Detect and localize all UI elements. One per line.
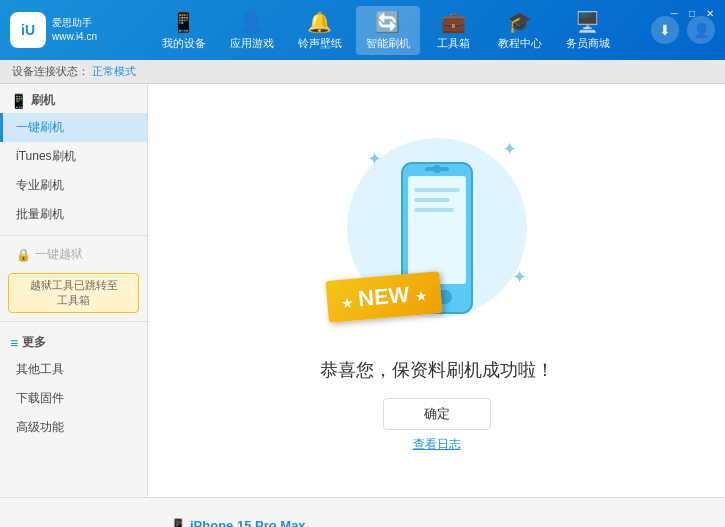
sidebar-info-box: 越狱工具已跳转至工具箱 xyxy=(8,273,139,313)
phone-illustration: ✦ ✦ ✦ NEW xyxy=(337,128,537,348)
user-button[interactable]: 👤 xyxy=(687,16,715,44)
ringtone-icon: 🔔 xyxy=(307,10,332,34)
nav-my-device[interactable]: 📱 我的设备 xyxy=(152,6,216,55)
device-phone-icon: 📱 xyxy=(170,518,186,527)
more-section: ≡ 更多 其他工具 下载固件 高级功能 xyxy=(0,326,147,444)
nav-apps-games[interactable]: 👤 应用游戏 xyxy=(220,6,284,55)
svg-rect-5 xyxy=(414,188,460,192)
tutorials-label: 教程中心 xyxy=(498,36,542,51)
lock-icon: 🔒 xyxy=(16,248,31,262)
svg-rect-1 xyxy=(408,176,466,284)
breadcrumb-status: 正常模式 xyxy=(92,65,136,77)
sparkle-1: ✦ xyxy=(367,148,382,170)
svg-rect-7 xyxy=(414,208,454,212)
nav-items: 📱 我的设备 👤 应用游戏 🔔 铃声壁纸 🔄 智能刷机 💼 工具箱 🎓 教程中心… xyxy=(120,6,651,55)
tutorials-icon: 🎓 xyxy=(507,10,532,34)
sidebar-item-advanced[interactable]: 高级功能 xyxy=(0,413,147,442)
sparkle-3: ✦ xyxy=(512,266,527,288)
device-name: 📱 iPhone 15 Pro Max xyxy=(170,518,306,527)
sidebar-divider-2 xyxy=(0,321,147,322)
flash-icon: 🔄 xyxy=(375,10,400,34)
breadcrumb-prefix: 设备连接状态： xyxy=(12,65,89,77)
logo-text: 爱思助手 www.i4.cn xyxy=(52,16,97,44)
my-device-label: 我的设备 xyxy=(162,36,206,51)
sidebar-item-batch-flash[interactable]: 批量刷机 xyxy=(0,200,147,229)
logo-icon: iU xyxy=(10,12,46,48)
tools-label: 工具箱 xyxy=(437,36,470,51)
sidebar-divider-1 xyxy=(0,235,147,236)
log-link[interactable]: 查看日志 xyxy=(413,436,461,453)
success-text: 恭喜您，保资料刷机成功啦！ xyxy=(320,358,554,382)
ringtone-label: 铃声壁纸 xyxy=(298,36,342,51)
sidebar-disabled-jailbreak: 🔒 一键越狱 xyxy=(0,240,147,269)
nav-tools[interactable]: 💼 工具箱 xyxy=(424,6,484,55)
minimize-button[interactable]: ─ xyxy=(667,6,681,20)
more-section-icon: ≡ xyxy=(10,335,18,351)
content-area: ✦ ✦ ✦ NEW xyxy=(148,84,725,497)
tools-icon: 💼 xyxy=(441,10,466,34)
sidebar-item-other-tools[interactable]: 其他工具 xyxy=(0,355,147,384)
sidebar-item-pro-flash[interactable]: 专业刷机 xyxy=(0,171,147,200)
sidebar-item-download-firmware[interactable]: 下载固件 xyxy=(0,384,147,413)
maximize-button[interactable]: □ xyxy=(685,6,699,20)
flash-section-label: 刷机 xyxy=(31,92,55,109)
logo-area: iU 爱思助手 www.i4.cn xyxy=(10,12,120,48)
more-section-header: ≡ 更多 xyxy=(0,328,147,355)
flash-label: 智能刷机 xyxy=(366,36,410,51)
sparkle-2: ✦ xyxy=(502,138,517,160)
window-controls: ─ □ ✕ xyxy=(667,6,717,20)
nav-tutorials[interactable]: 🎓 教程中心 xyxy=(488,6,552,55)
flash-section-header: 📱 刷机 xyxy=(0,86,147,113)
header-right: ⬇ 👤 xyxy=(651,16,715,44)
device-bar: 自动激活 跳过向导 📱 iPhone 15 Pro Max 512GB iPho… xyxy=(0,497,725,527)
confirm-button[interactable]: 确定 xyxy=(383,398,491,430)
download-button[interactable]: ⬇ xyxy=(651,16,679,44)
sidebar-item-one-key-flash[interactable]: 一键刷机 xyxy=(0,113,147,142)
service-icon: 🖥️ xyxy=(575,10,600,34)
nav-smart-flash[interactable]: 🔄 智能刷机 xyxy=(356,6,420,55)
more-section-label: 更多 xyxy=(22,334,46,351)
nav-service[interactable]: 🖥️ 务员商城 xyxy=(556,6,620,55)
main-layout: 📱 刷机 一键刷机 iTunes刷机 专业刷机 批量刷机 🔒 一键越狱 越狱工具… xyxy=(0,84,725,497)
flash-section-icon: 📱 xyxy=(10,93,27,109)
sidebar-item-itunes-flash[interactable]: iTunes刷机 xyxy=(0,142,147,171)
my-device-icon: 📱 xyxy=(171,10,196,34)
svg-rect-4 xyxy=(425,167,449,171)
nav-ringtones[interactable]: 🔔 铃声壁纸 xyxy=(288,6,352,55)
apps-icon: 👤 xyxy=(239,10,264,34)
device-info: 📱 iPhone 15 Pro Max 512GB iPhone xyxy=(170,518,306,527)
flash-section: 📱 刷机 一键刷机 iTunes刷机 专业刷机 批量刷机 xyxy=(0,84,147,231)
breadcrumb: 设备连接状态： 正常模式 xyxy=(0,60,725,84)
apps-label: 应用游戏 xyxy=(230,36,274,51)
bottom-area: 自动激活 跳过向导 📱 iPhone 15 Pro Max 512GB iPho… xyxy=(0,497,725,527)
header: iU 爱思助手 www.i4.cn 📱 我的设备 👤 应用游戏 🔔 铃声壁纸 🔄… xyxy=(0,0,725,60)
sidebar: 📱 刷机 一键刷机 iTunes刷机 专业刷机 批量刷机 🔒 一键越狱 越狱工具… xyxy=(0,84,148,497)
logo-symbol: iU xyxy=(21,22,35,38)
service-label: 务员商城 xyxy=(566,36,610,51)
close-button[interactable]: ✕ xyxy=(703,6,717,20)
svg-rect-6 xyxy=(414,198,450,202)
